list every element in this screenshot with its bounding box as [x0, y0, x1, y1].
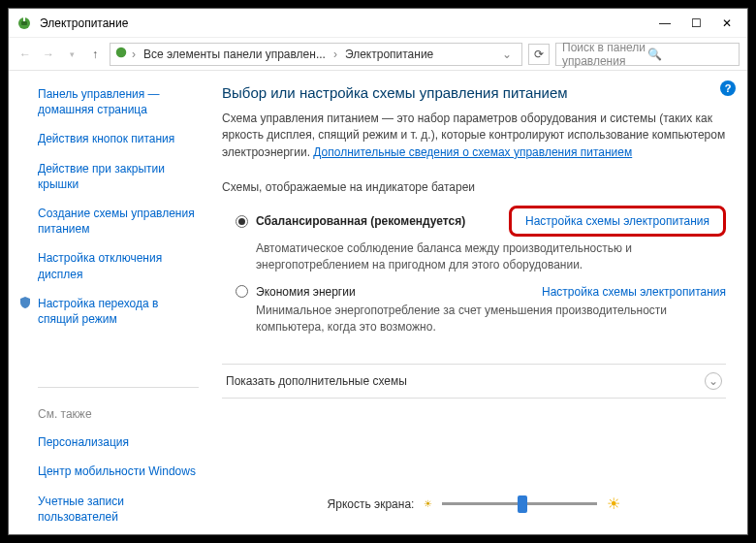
power-plan: Сбалансированная (рекомендуется) Настрой… [236, 206, 726, 273]
address-bar: ← → ▾ ↑ › Все элементы панели управлен..… [9, 38, 747, 71]
sidebar: Панель управления — домашняя страница Де… [9, 71, 212, 534]
breadcrumb-item[interactable]: Электропитание [341, 48, 437, 61]
brightness-label: Яркость экрана: [328, 497, 415, 511]
search-placeholder: Поиск в панели управления [562, 41, 647, 68]
chevron-right-icon: › [132, 48, 136, 61]
close-button[interactable]: ✕ [720, 16, 734, 30]
plan-header: Экономия энергии Настройка схемы электро… [236, 285, 726, 299]
sidebar-link[interactable]: Действия кнопок питания [38, 131, 199, 146]
content-area: Панель управления — домашняя страница Де… [9, 71, 747, 534]
plan-name[interactable]: Сбалансированная (рекомендуется) [256, 214, 465, 228]
sidebar-link[interactable]: Действие при закрытии крышки [38, 161, 199, 192]
window-controls: — ☐ ✕ [658, 16, 740, 30]
change-plan-settings-link[interactable]: Настройка схемы электропитания [509, 206, 726, 237]
chevron-right-icon: › [333, 48, 337, 61]
breadcrumb-icon [114, 46, 128, 62]
plan-radio[interactable] [236, 285, 248, 298]
chevron-down-icon: ⌄ [705, 372, 722, 390]
minimize-button[interactable]: — [658, 16, 672, 30]
svg-point-3 [116, 48, 127, 58]
sidebar-link[interactable]: Настройка отключения дисплея [38, 250, 199, 281]
more-info-link[interactable]: Дополнительные сведения о схемах управле… [313, 145, 632, 159]
help-icon[interactable]: ? [720, 80, 736, 96]
search-input[interactable]: Поиск в панели управления 🔍 [555, 43, 740, 66]
cp-home-link[interactable]: Панель управления — домашняя страница [38, 86, 199, 117]
nav-up-icon[interactable]: ↑ [86, 46, 104, 63]
shield-icon [18, 296, 32, 309]
refresh-button[interactable]: ⟳ [528, 44, 550, 65]
sun-bright-icon: ☀ [607, 495, 620, 513]
show-additional-plans[interactable]: Показать дополнительные схемы ⌄ [222, 364, 726, 399]
plan-header: Сбалансированная (рекомендуется) Настрой… [236, 206, 726, 237]
see-also-link[interactable]: Персонализация [38, 434, 199, 450]
main-panel: ? Выбор или настройка схемы управления п… [212, 71, 747, 534]
search-icon: 🔍 [647, 48, 733, 61]
plan-description: Минимальное энергопотребление за счет ум… [256, 303, 673, 335]
maximize-button[interactable]: ☐ [689, 16, 703, 30]
section-label: Схемы, отображаемые на индикаторе батаре… [222, 180, 726, 194]
brightness-control: Яркость экрана: ☀ ☀ [222, 485, 726, 527]
plan-name[interactable]: Экономия энергии [256, 285, 356, 299]
sun-dim-icon: ☀ [424, 498, 432, 509]
breadcrumb-dropdown-icon[interactable]: ⌄ [496, 48, 518, 61]
app-icon [16, 16, 32, 31]
window: Электропитание — ☐ ✕ ← → ▾ ↑ › Все элеме… [8, 8, 748, 535]
page-description: Схема управления питанием — это набор па… [222, 111, 726, 161]
breadcrumb[interactable]: › Все элементы панели управлен... › Элек… [110, 43, 522, 66]
nav-back-icon[interactable]: ← [16, 46, 34, 63]
slider-thumb[interactable] [518, 495, 527, 513]
brightness-slider[interactable] [442, 502, 597, 505]
see-also-link[interactable]: Учетные записи пользователей [38, 494, 199, 525]
page-title: Выбор или настройка схемы управления пит… [222, 84, 726, 101]
sidebar-link[interactable]: Создание схемы управления питанием [38, 206, 199, 237]
nav-forward-icon[interactable]: → [40, 46, 57, 63]
window-title: Электропитание [40, 16, 658, 30]
plan-description: Автоматическое соблюдение баланса между … [256, 240, 673, 273]
power-plan: Экономия энергии Настройка схемы электро… [236, 285, 726, 335]
nav-recent-icon[interactable]: ▾ [63, 46, 80, 63]
sidebar-link[interactable]: Настройка перехода в спящий режим [18, 296, 199, 327]
divider [38, 387, 199, 388]
titlebar: Электропитание — ☐ ✕ [9, 9, 747, 38]
see-also-label: См. также [38, 407, 199, 421]
breadcrumb-item[interactable]: Все элементы панели управлен... [140, 48, 330, 61]
plan-radio[interactable] [236, 215, 248, 228]
svg-rect-2 [21, 21, 27, 25]
see-also-link[interactable]: Центр мобильности Windows [38, 463, 199, 479]
change-plan-settings-link[interactable]: Настройка схемы электропитания [542, 285, 726, 299]
